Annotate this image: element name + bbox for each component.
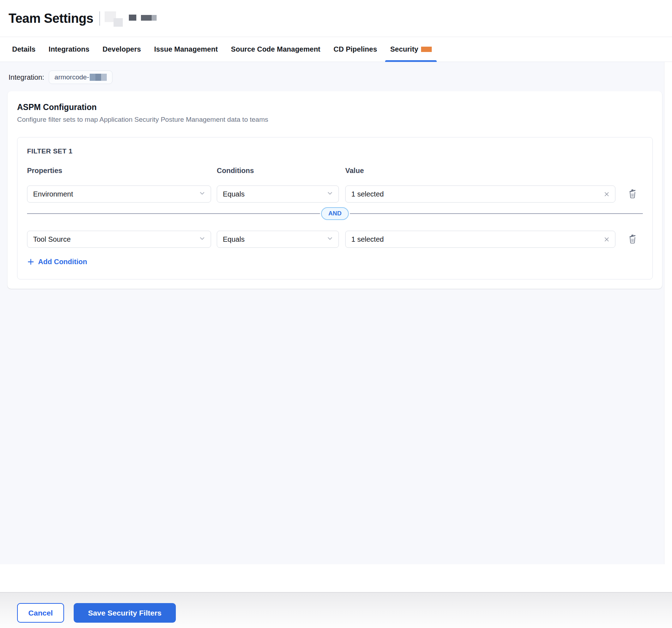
value-selected-count: 1 selected [351,235,603,244]
page-title: Team Settings [9,11,93,26]
filter-condition-row: Tool Source Equals 1 selected [27,231,643,248]
redacted-integration-name [90,74,107,81]
filter-column-headers: Properties Conditions Value [27,166,643,175]
add-condition-button[interactable]: Add Condition [27,257,87,266]
trash-icon [628,234,637,245]
aspm-subtitle: Configure filter sets to map Application… [17,115,653,124]
filter-set-title: FILTER SET 1 [27,147,643,155]
integration-chip-text: armorcode- [54,73,89,81]
clear-x-icon[interactable] [603,191,610,198]
plus-icon [27,258,35,266]
divider-line [350,213,643,214]
aspm-configuration-card: ASPM Configuration Configure filter sets… [7,91,662,289]
tab-details[interactable]: Details [12,37,36,62]
tab-label: Security [390,45,418,53]
redacted-team-name [105,8,157,29]
tab-issue-management[interactable]: Issue Management [154,37,218,62]
property-select-value: Environment [33,190,199,198]
team-settings-tabs: Details Integrations Developers Issue Ma… [0,37,672,62]
tab-label: CD Pipelines [334,45,377,53]
value-multiselect[interactable]: 1 selected [345,185,615,203]
tab-label: Issue Management [154,45,218,53]
tab-label: Developers [103,45,141,53]
redacted-block [101,74,107,81]
property-select[interactable]: Tool Source [27,231,211,248]
condition-select[interactable]: Equals [217,185,339,203]
and-operator-pill[interactable]: AND [321,207,349,220]
trash-icon [628,189,637,199]
chevron-down-icon [199,235,206,244]
add-condition-label: Add Condition [38,257,87,266]
redacted-block [152,15,157,21]
property-select[interactable]: Environment [27,185,211,203]
cancel-button[interactable]: Cancel [17,603,64,623]
conditions-column-header: Conditions [217,166,339,175]
integration-label: Integration: [9,73,44,82]
delete-condition-button[interactable] [625,187,640,201]
tab-security-active[interactable]: Security [390,37,432,62]
redacted-block [95,74,101,81]
condition-select[interactable]: Equals [217,231,339,248]
tab-label: Integrations [49,45,89,53]
and-operator-divider: AND [27,207,643,220]
tab-integrations[interactable]: Integrations [49,37,89,62]
tab-label: Source Code Management [231,45,320,53]
integration-row: Integration: armorcode- [9,70,112,84]
clear-x-icon[interactable] [603,236,610,243]
divider-line [27,213,320,214]
tab-cd-pipelines[interactable]: CD Pipelines [334,37,377,62]
page-header: Team Settings [0,0,672,37]
chevron-down-icon [199,190,206,199]
action-footer: Cancel Save Security Filters [0,592,672,628]
aspm-title: ASPM Configuration [17,102,653,112]
value-column-header: Value [345,166,643,175]
tab-source-code-management[interactable]: Source Code Management [231,37,320,62]
filter-set-card: FILTER SET 1 Properties Conditions Value… [17,137,653,279]
chevron-down-icon [326,190,334,199]
redacted-block [114,18,123,27]
filter-condition-row: Environment Equals 1 selected [27,185,643,203]
condition-select-value: Equals [223,190,326,198]
tab-developers[interactable]: Developers [103,37,141,62]
redacted-block [90,74,95,81]
redacted-block [129,15,136,21]
properties-column-header: Properties [27,166,211,175]
condition-select-value: Equals [223,235,326,244]
integration-chip: armorcode- [49,70,112,84]
chevron-down-icon [326,235,334,244]
redacted-block [141,15,152,21]
delete-condition-button[interactable] [625,232,640,246]
value-selected-count: 1 selected [351,190,603,198]
title-separator [99,11,100,26]
scrollbar-gutter [664,62,672,564]
security-tab-content: Integration: armorcode- ASPM Configurati… [0,62,672,564]
save-security-filters-button[interactable]: Save Security Filters [74,603,176,623]
redacted-orange-badge [421,47,432,52]
tab-label: Details [12,45,36,53]
value-multiselect[interactable]: 1 selected [345,231,615,248]
property-select-value: Tool Source [33,235,199,244]
